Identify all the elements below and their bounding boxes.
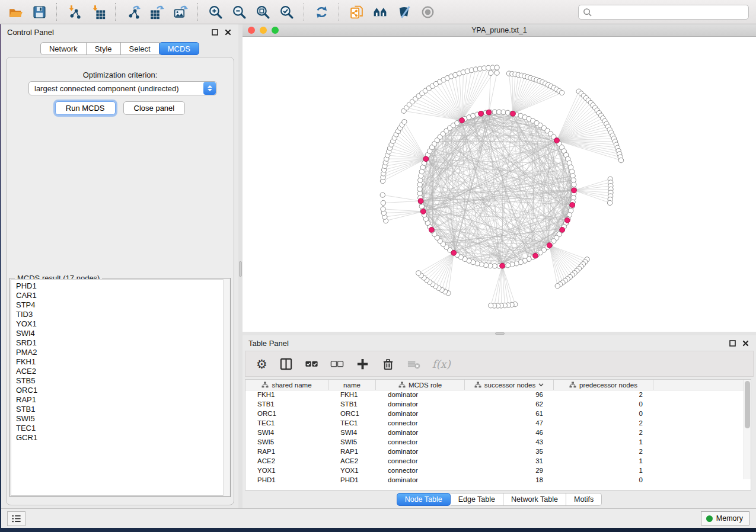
mcds-result-item[interactable]: STB5	[16, 376, 229, 386]
zoom-fit-icon[interactable]	[253, 2, 273, 21]
cell: 2	[554, 390, 653, 400]
mcds-result-item[interactable]: ACE2	[16, 367, 229, 376]
network-window-titlebar[interactable]: YPA_prune.txt_1	[243, 24, 756, 37]
mcds-result-item[interactable]: TID3	[16, 310, 229, 319]
cell: 1	[554, 457, 653, 466]
mcds-result-item[interactable]: SRD1	[16, 338, 229, 348]
columns-icon[interactable]	[279, 357, 293, 371]
table-row[interactable]: TEC1TEC1connector472	[245, 419, 751, 428]
result-list-scrollbar[interactable]	[223, 279, 229, 496]
tab-edge-table[interactable]: Edge Table	[451, 493, 503, 506]
tab-style[interactable]: Style	[87, 42, 121, 55]
table-row[interactable]: RAP1RAP1dominator352	[245, 447, 751, 457]
import-table-icon[interactable]	[88, 2, 108, 21]
table-row[interactable]: STB1STB1dominator620	[245, 400, 751, 409]
cell: 0	[554, 409, 653, 419]
export-image-icon[interactable]	[170, 2, 190, 21]
mcds-result-item[interactable]: FKH1	[16, 357, 229, 367]
mcds-result-item[interactable]: ORC1	[16, 386, 229, 395]
search-input[interactable]	[592, 7, 748, 18]
memory-button[interactable]: Memory	[701, 511, 749, 525]
birds-eye-icon[interactable]	[417, 2, 438, 21]
column-header-predecessor-nodes[interactable]: predecessor nodes	[554, 380, 653, 390]
zoom-in-icon[interactable]	[205, 2, 225, 21]
hide-graphics-details-icon[interactable]	[394, 2, 414, 21]
save-session-icon[interactable]	[29, 2, 49, 21]
cell: 0	[554, 476, 653, 485]
criterion-dropdown[interactable]: largest connected component (undirected)	[28, 81, 217, 95]
open-file-icon[interactable]	[5, 2, 25, 21]
refresh-icon[interactable]	[311, 2, 331, 21]
table-row[interactable]: ORC1ORC1dominator610	[245, 409, 751, 419]
toolbar-separator	[197, 3, 198, 21]
mcds-result-item[interactable]: CAR1	[16, 291, 229, 300]
column-header-shared-name[interactable]: shared name	[245, 380, 328, 390]
run-mcds-button[interactable]: Run MCDS	[55, 101, 116, 115]
cell: 29	[465, 466, 554, 476]
mcds-result-item[interactable]: GCR1	[16, 433, 229, 443]
table-row[interactable]: SWI4SWI4dominator462	[245, 428, 751, 438]
search-box[interactable]	[578, 5, 749, 20]
tab-motifs[interactable]: Motifs	[566, 493, 602, 506]
cell: 1	[554, 466, 653, 476]
mcds-result-item[interactable]: YOX1	[16, 319, 229, 329]
control-panel-tabs: NetworkStyleSelectMCDS	[1, 42, 238, 55]
close-panel-icon[interactable]	[741, 338, 750, 348]
zoom-out-icon[interactable]	[229, 2, 249, 21]
clone-network-icon[interactable]	[346, 2, 366, 21]
add-row-icon[interactable]	[356, 357, 369, 371]
node-table: shared namenameMCDS rolesuccessor nodesp…	[245, 379, 751, 491]
table-row[interactable]: YOX1YOX1connector291	[245, 466, 751, 476]
delete-table-icon[interactable]	[407, 357, 420, 371]
cell: 62	[465, 400, 554, 409]
mcds-result-item[interactable]: STP4	[16, 300, 229, 310]
mcds-result-groupbox: MCDS result (17 nodes) PHD1CAR1STP4TID3Y…	[9, 278, 231, 497]
zoom-selected-icon[interactable]	[276, 2, 296, 21]
table-row[interactable]: ACE2ACE2connector311	[245, 457, 751, 466]
scrollbar-thumb[interactable]	[745, 381, 750, 428]
table-row[interactable]: PHD1PHD1dominator180	[245, 476, 751, 485]
mcds-result-item[interactable]: PMA2	[16, 348, 229, 357]
first-neighbors-icon[interactable]	[370, 2, 390, 21]
cell: 18	[465, 476, 554, 485]
import-network-icon[interactable]	[64, 2, 84, 21]
unselect-all-icon[interactable]	[330, 357, 344, 371]
export-table-icon[interactable]	[146, 2, 167, 21]
table-row[interactable]: FKH1FKH1dominator962	[245, 390, 751, 400]
delete-row-icon[interactable]	[381, 357, 395, 371]
close-panel-icon[interactable]	[223, 27, 232, 37]
gear-icon[interactable]: ⚙	[256, 358, 267, 370]
show-panels-menu-button[interactable]	[7, 511, 25, 526]
mcds-result-item[interactable]: STB1	[16, 405, 229, 414]
table-scrollbar[interactable]	[744, 380, 751, 479]
tab-network-table[interactable]: Network Table	[503, 493, 566, 506]
mcds-result-item[interactable]: PHD1	[16, 281, 229, 291]
mcds-result-item[interactable]: TEC1	[16, 424, 229, 433]
select-all-icon[interactable]	[305, 357, 318, 371]
mcds-result-item[interactable]: RAP1	[16, 395, 229, 405]
float-panel-icon[interactable]	[210, 27, 219, 37]
main-toolbar	[0, 0, 756, 24]
splitter-grip[interactable]	[495, 332, 505, 335]
search-icon	[583, 8, 592, 17]
splitter-grip[interactable]	[239, 261, 242, 277]
vertical-splitter[interactable]	[238, 24, 243, 508]
tab-select[interactable]: Select	[121, 42, 160, 55]
cell: 47	[465, 419, 554, 428]
optimization-criterion-label: Optimization criterion:	[7, 70, 234, 79]
fx-icon[interactable]: f(x)	[432, 358, 451, 370]
column-header-MCDS-role[interactable]: MCDS role	[376, 380, 465, 390]
tab-network[interactable]: Network	[40, 42, 87, 55]
close-panel-button[interactable]: Close panel	[123, 101, 186, 115]
export-network-icon[interactable]	[123, 2, 143, 21]
mcds-result-item[interactable]: SWI4	[16, 329, 229, 338]
column-header-successor-nodes[interactable]: successor nodes	[465, 380, 554, 390]
float-panel-icon[interactable]	[728, 338, 737, 348]
cell: ACE2	[328, 457, 376, 466]
table-row[interactable]: SWI5SWI5connector431	[245, 438, 751, 447]
network-canvas[interactable]	[243, 37, 756, 332]
tab-mcds[interactable]: MCDS	[159, 42, 199, 55]
mcds-result-item[interactable]: SWI5	[16, 414, 229, 424]
column-header-name[interactable]: name	[328, 380, 376, 390]
tab-node-table[interactable]: Node Table	[397, 493, 451, 506]
